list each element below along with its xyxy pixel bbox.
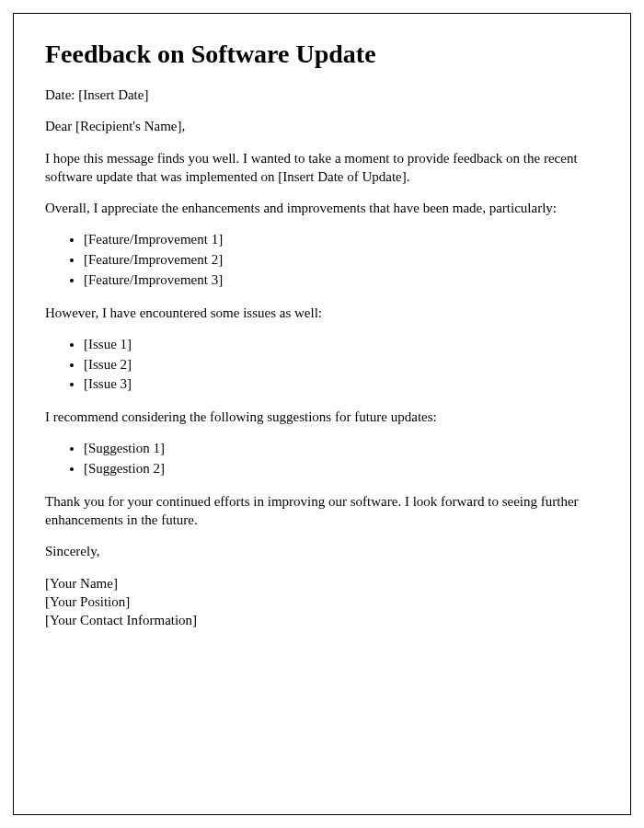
list-item: [Suggestion 2] (84, 459, 599, 479)
list-item: [Issue 2] (84, 355, 599, 375)
list-item: [Suggestion 1] (84, 439, 599, 459)
issues-list: [Issue 1] [Issue 2] [Issue 3] (45, 335, 599, 395)
signature-block: [Your Name] [Your Position] [Your Contac… (45, 574, 599, 630)
list-item: [Issue 3] (84, 374, 599, 395)
intro-paragraph: I hope this message finds you well. I wa… (45, 149, 599, 187)
list-item: [Issue 1] (84, 335, 599, 355)
improvements-intro: Overall, I appreciate the enhancements a… (45, 199, 599, 217)
list-item: [Feature/Improvement 1] (84, 230, 599, 250)
suggestions-list: [Suggestion 1] [Suggestion 2] (45, 439, 599, 479)
signature-position: [Your Position] (45, 592, 599, 611)
issues-intro: However, I have encountered some issues … (45, 304, 599, 322)
page-title: Feedback on Software Update (45, 40, 599, 69)
signature-contact: [Your Contact Information] (45, 611, 599, 629)
closing-paragraph: Thank you for your continued efforts in … (45, 492, 599, 530)
suggestions-intro: I recommend considering the following su… (45, 408, 599, 426)
signature-name: [Your Name] (45, 574, 599, 592)
improvements-list: [Feature/Improvement 1] [Feature/Improve… (45, 230, 599, 290)
list-item: [Feature/Improvement 2] (84, 250, 599, 270)
document-page: Feedback on Software Update Date: [Inser… (13, 13, 631, 815)
salutation: Dear [Recipient's Name], (45, 117, 599, 135)
signoff: Sincerely, (45, 542, 599, 560)
list-item: [Feature/Improvement 3] (84, 270, 599, 291)
date-line: Date: [Insert Date] (45, 86, 599, 104)
